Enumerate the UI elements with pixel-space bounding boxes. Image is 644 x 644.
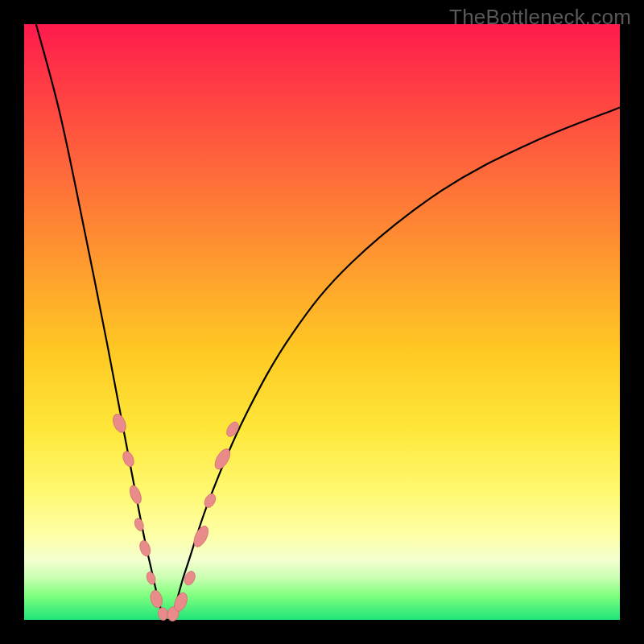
- bead: [110, 412, 128, 434]
- curve-layer: [24, 24, 620, 620]
- bead: [128, 484, 143, 506]
- bead-cluster: [110, 412, 241, 622]
- bead: [138, 539, 152, 558]
- plot-area: [24, 24, 620, 620]
- bead: [149, 589, 164, 609]
- chart-frame: TheBottleneck.com: [0, 0, 644, 644]
- bead: [121, 450, 136, 469]
- bead: [202, 492, 217, 510]
- bottleneck-curve: [36, 24, 620, 620]
